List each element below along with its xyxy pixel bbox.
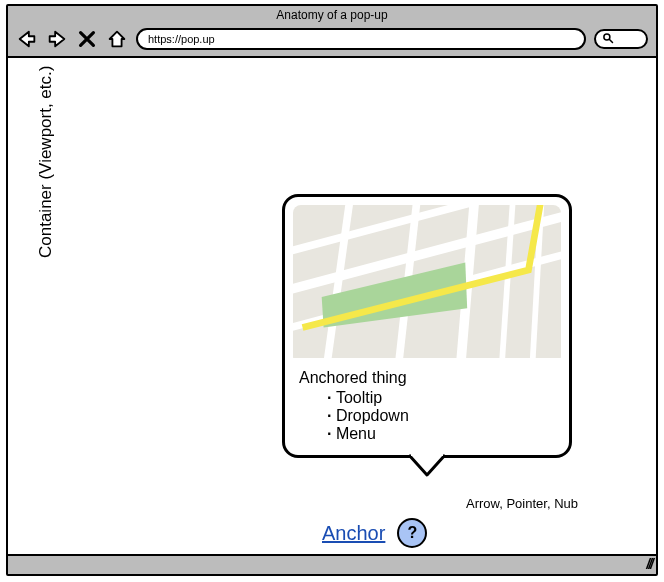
search-box[interactable] — [594, 29, 648, 49]
stop-icon[interactable] — [76, 28, 98, 50]
back-icon[interactable] — [16, 28, 38, 50]
window-title: Anatomy of a pop-up — [8, 6, 656, 24]
popup: Anchored thing Tooltip Dropdown Menu — [282, 194, 572, 458]
list-item: Dropdown — [327, 407, 555, 425]
container-label: Container (Viewport, etc.) — [36, 66, 56, 258]
popup-arrow-icon — [407, 453, 447, 477]
help-icon[interactable]: ? — [397, 518, 427, 548]
url-text: https://pop.up — [148, 33, 215, 45]
browser-window: Anatomy of a pop-up https://pop.up Conta… — [6, 4, 658, 576]
svg-line-1 — [610, 40, 613, 43]
popup-heading: Anchored thing — [299, 369, 555, 387]
anchor-row: Anchor ? — [322, 518, 427, 548]
map-image — [293, 205, 561, 365]
status-bar: /// — [8, 556, 656, 574]
viewport-container: Container (Viewport, etc.) — [8, 58, 656, 556]
home-icon[interactable] — [106, 28, 128, 50]
popup-list: Tooltip Dropdown Menu — [299, 389, 555, 443]
anchor-link[interactable]: Anchor — [322, 522, 385, 545]
browser-toolbar: https://pop.up — [8, 24, 656, 58]
forward-icon[interactable] — [46, 28, 68, 50]
url-input[interactable]: https://pop.up — [136, 28, 586, 50]
resize-grip-icon[interactable]: /// — [646, 556, 652, 572]
list-item: Tooltip — [327, 389, 555, 407]
list-item: Menu — [327, 425, 555, 443]
search-icon — [602, 30, 614, 48]
arrow-label: Arrow, Pointer, Nub — [466, 496, 578, 511]
